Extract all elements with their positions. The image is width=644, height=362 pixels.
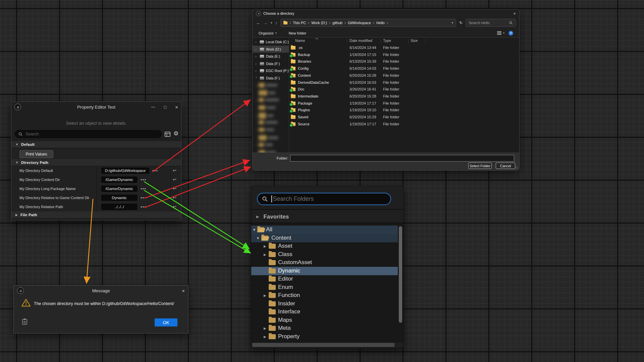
- chevron-right-icon[interactable]: ›: [255, 69, 258, 72]
- reset-to-default-icon[interactable]: ↩: [173, 204, 176, 209]
- triangle-down-icon[interactable]: ▼: [253, 228, 256, 232]
- tree-item-editor[interactable]: Editor: [251, 275, 398, 283]
- print-values-button[interactable]: Print Values: [19, 150, 53, 158]
- triangle-down-icon[interactable]: ▼: [256, 236, 260, 240]
- file-row[interactable]: ✓ Source 1/19/2024 17:17 File folder: [289, 121, 519, 128]
- triangle-right-icon[interactable]: ▶: [264, 244, 266, 248]
- directory-value-field[interactable]: Dynamic: [101, 195, 137, 201]
- favorites-section-header[interactable]: ▶ Favorites: [251, 210, 404, 223]
- select-folder-button[interactable]: Select Folder: [468, 163, 492, 169]
- dialog-titlebar[interactable]: u Choose a directory ×: [253, 9, 519, 17]
- tree-item-interface[interactable]: Interface: [251, 308, 398, 316]
- reset-to-default-icon[interactable]: ↩: [173, 168, 176, 173]
- tree-item-maps[interactable]: Maps: [251, 316, 398, 324]
- minimize-icon[interactable]: —: [151, 105, 155, 109]
- breadcrumb-hello[interactable]: Hello: [376, 21, 385, 25]
- chevron-down-icon[interactable]: ›: [255, 77, 258, 79]
- file-row[interactable]: Intermediate 6/20/2024 15:28 File folder: [289, 93, 519, 100]
- cancel-button[interactable]: Cancel: [496, 163, 515, 169]
- dialog-titlebar[interactable]: u Message ×: [14, 286, 188, 296]
- tree-item-asset[interactable]: ▶ Asset: [251, 242, 398, 250]
- new-folder-button[interactable]: New folder: [289, 31, 307, 35]
- view-mode-button[interactable]: ▾: [497, 31, 504, 35]
- gear-icon[interactable]: ⚙: [173, 130, 178, 137]
- column-header-type[interactable]: Type: [383, 39, 391, 43]
- organize-button[interactable]: Organize ▾: [259, 31, 277, 35]
- browse-ellipsis-button[interactable]: ●●●: [152, 169, 158, 172]
- column-divider[interactable]: [381, 39, 381, 43]
- display-manager-icon[interactable]: [165, 132, 170, 137]
- file-row[interactable]: ✓ Config 6/14/2024 14:03 File folder: [289, 65, 519, 72]
- close-icon[interactable]: ×: [182, 288, 185, 294]
- tree-item-dynamic-selected[interactable]: Dynamic: [251, 267, 398, 275]
- reset-to-default-icon[interactable]: ↩: [173, 186, 176, 191]
- reset-to-default-icon[interactable]: ↩: [173, 195, 176, 200]
- browse-ellipsis-button[interactable]: ●●●: [141, 205, 146, 208]
- category-directory-path[interactable]: ▼ Directory Path: [11, 159, 181, 166]
- reset-to-default-icon[interactable]: ↩: [173, 177, 176, 182]
- directory-value-field[interactable]: /Game/Dynamic: [101, 177, 137, 183]
- tree-item-content[interactable]: ▼ Content: [251, 234, 398, 242]
- column-divider[interactable]: [408, 39, 409, 43]
- file-row[interactable]: ✓ Content 6/20/2024 15:28 File folder: [289, 72, 519, 79]
- chevron-right-icon[interactable]: ›: [255, 48, 258, 51]
- ok-button[interactable]: OK: [155, 318, 177, 326]
- search-folders-input[interactable]: Search Folders: [257, 193, 391, 205]
- tree-item-insider[interactable]: Insider: [251, 300, 398, 308]
- directory-value-field[interactable]: D:/github/GitWorkspace: [101, 168, 149, 174]
- close-icon[interactable]: ×: [175, 104, 178, 110]
- chevron-right-icon[interactable]: ›: [255, 55, 258, 58]
- forward-icon[interactable]: →: [263, 20, 268, 25]
- file-row[interactable]: DerivedDataCache 6/13/2024 16:03 File fo…: [289, 79, 519, 86]
- file-row[interactable]: .vs 6/14/2024 13:44 File folder: [289, 44, 519, 51]
- tree-item-enum[interactable]: Enum: [251, 283, 398, 292]
- column-header-name[interactable]: Name: [295, 39, 305, 43]
- breadcrumb-github[interactable]: github: [332, 21, 342, 25]
- vertical-scrollbar-thumb[interactable]: [399, 226, 402, 323]
- address-dropdown-icon[interactable]: ▾: [451, 21, 453, 24]
- up-icon[interactable]: ↑: [275, 20, 278, 25]
- resize-grip[interactable]: [516, 167, 518, 169]
- tree-item-class[interactable]: ▶ Class: [251, 250, 398, 259]
- column-header-size[interactable]: Size: [411, 39, 418, 43]
- browse-ellipsis-button[interactable]: ●●●: [141, 196, 146, 199]
- nav-tree-item-local-disk-c[interactable]: › Local Disk (C:): [253, 38, 289, 45]
- directory-value-field[interactable]: ../../../: [101, 204, 137, 210]
- file-row[interactable]: ✓ Backup 1/19/2024 17:15 File folder: [289, 51, 519, 58]
- category-file-path[interactable]: ▶ File Path: [11, 212, 181, 219]
- tree-item-property[interactable]: ▶ Property: [251, 333, 398, 341]
- window-titlebar[interactable]: u Property Editor Test — □ ×: [11, 102, 181, 112]
- copy-to-clipboard-icon[interactable]: [22, 318, 27, 325]
- chevron-right-icon[interactable]: ›: [255, 62, 258, 65]
- horizontal-scrollbar[interactable]: [252, 343, 394, 347]
- file-row[interactable]: Binaries 6/13/2024 15:39 File folder: [289, 58, 519, 65]
- nav-tree-item-data-f[interactable]: › Data (F:): [253, 60, 289, 67]
- nav-tree-item-work-d[interactable]: › Work (D:): [253, 46, 289, 53]
- details-search-input[interactable]: Search: [15, 130, 162, 138]
- tree-item-meta[interactable]: ▶ Meta: [251, 324, 398, 333]
- recent-locations-icon[interactable]: ▾: [271, 21, 272, 24]
- back-icon[interactable]: ←: [256, 20, 260, 25]
- triangle-right-icon[interactable]: ▶: [264, 326, 266, 330]
- search-input[interactable]: Search Hello: [466, 19, 516, 27]
- file-row[interactable]: Saved 6/20/2024 15:29 File folder: [289, 114, 519, 121]
- tree-item-customasset[interactable]: CustomAsset: [251, 258, 398, 267]
- browse-ellipsis-button[interactable]: ●●●: [141, 178, 146, 181]
- tree-item-function[interactable]: ▶ Function: [251, 291, 398, 300]
- refresh-icon[interactable]: ↻: [459, 20, 463, 25]
- address-bar[interactable]: › This PC › Work (D:) › github › GitWork…: [280, 19, 456, 27]
- breadcrumb-this-pc[interactable]: This PC: [293, 21, 306, 25]
- file-row[interactable]: ✓ Doc 3/26/2024 16:41 File folder: [289, 86, 519, 93]
- category-default[interactable]: ▼ Default: [11, 141, 181, 148]
- maximize-icon[interactable]: □: [164, 105, 166, 110]
- column-header-date[interactable]: Date modified: [350, 39, 372, 43]
- nav-tree-item-egc-root-p[interactable]: › EGC Root (P:): [253, 67, 289, 74]
- nav-tree-item-data-e[interactable]: › Data (E:): [253, 53, 289, 60]
- file-row[interactable]: ✓ Package 1/19/2024 17:17 File folder: [289, 100, 519, 107]
- triangle-right-icon[interactable]: ▶: [264, 294, 266, 297]
- directory-value-field[interactable]: /Game/Dynamic: [101, 186, 137, 192]
- triangle-right-icon[interactable]: ▶: [264, 253, 266, 256]
- browse-ellipsis-button[interactable]: ●●●: [141, 187, 146, 190]
- tree-item-all[interactable]: ▼ All: [251, 226, 398, 234]
- breadcrumb-gitworkspace[interactable]: GitWorkspace: [348, 21, 371, 25]
